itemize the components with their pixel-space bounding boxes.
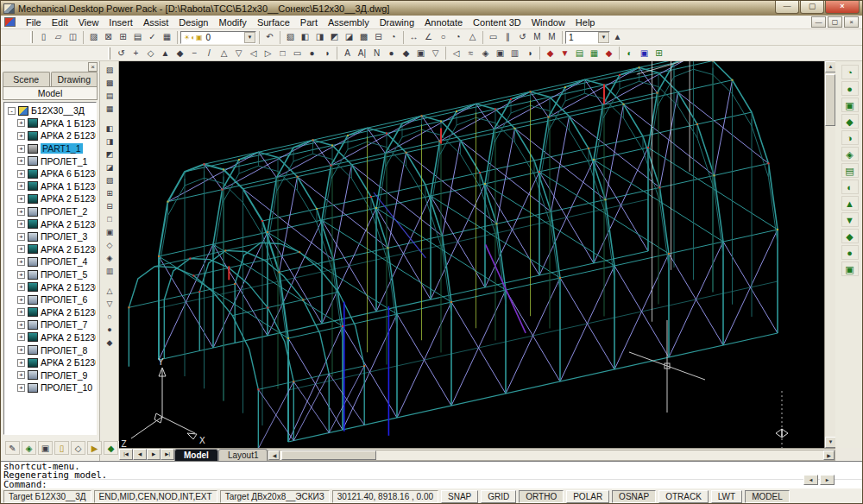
dim-edit-icon-4[interactable]: M	[530, 30, 545, 44]
left-tool-icon-13[interactable]: □	[103, 213, 117, 226]
mech-view-icon-6[interactable]: ▩	[356, 30, 371, 44]
part-tool-5[interactable]: ◆	[602, 47, 616, 60]
left-tool-icon-7[interactable]: ◨	[103, 135, 117, 148]
tree-expand-icon[interactable]: +	[17, 308, 25, 316]
part-tool-2[interactable]: ▼	[557, 47, 572, 60]
menu-surface[interactable]: Surface	[252, 16, 295, 28]
mech-view-icon-3[interactable]: ◨	[312, 30, 327, 44]
left-tool-icon-9[interactable]: ◪	[103, 161, 117, 174]
edit-part-icon[interactable]: ✎	[5, 441, 20, 455]
tree-expand-icon[interactable]: +	[17, 195, 25, 203]
clipboard-icon[interactable]: ▣	[38, 441, 53, 455]
left-tool-icon-10[interactable]: ▧	[103, 174, 117, 187]
toggle-polar[interactable]: POLAR	[566, 490, 609, 503]
child-minimize-button[interactable]: —	[811, 16, 826, 28]
left-tool-icon-16[interactable]: ◈	[103, 252, 117, 265]
tree-expand-icon[interactable]: +	[17, 283, 25, 291]
left-tool-icon-8[interactable]: ◩	[103, 148, 117, 161]
modify-tool-10[interactable]: ◁	[246, 47, 261, 60]
tree-expand-icon[interactable]: +	[17, 233, 25, 241]
tab-drawing[interactable]: Drawing	[51, 72, 98, 86]
content3d-tool-icon-7[interactable]: ▤	[841, 163, 859, 178]
child-close-button[interactable]: ×	[844, 16, 859, 28]
dim-update-icon[interactable]: ▲	[610, 30, 625, 44]
left-tool-icon-19[interactable]: △	[103, 285, 117, 298]
drawing-canvas[interactable]: YXZ	[119, 61, 824, 448]
toggle-osnap[interactable]: OSNAP	[612, 490, 656, 503]
mech-view-icon-2[interactable]: ◧	[298, 30, 312, 44]
dim-edit-icon-2[interactable]: ∥	[501, 30, 515, 44]
modify-tool-2[interactable]: +	[129, 47, 143, 60]
text-style-icon[interactable]: N	[369, 47, 384, 60]
ucs-tool-2[interactable]: ≈	[463, 47, 478, 60]
content3d-tool-icon-8[interactable]: ◐	[841, 180, 859, 194]
content3d-tool-icon-2[interactable]: ●	[841, 81, 859, 96]
tree-expand-icon[interactable]: +	[17, 384, 25, 392]
cut-icon[interactable]: ⊠	[101, 30, 116, 44]
tree-expand-icon[interactable]: +	[17, 182, 25, 190]
mech-view-icon-7[interactable]: ⊟	[371, 30, 386, 44]
modify-tool-11[interactable]: ▷	[261, 47, 275, 60]
tab-model[interactable]: Model	[3, 86, 98, 100]
left-tool-icon-22[interactable]: ●	[103, 324, 117, 337]
dim-edit-icon-5[interactable]: M	[545, 30, 559, 44]
toggle-otrack[interactable]: OTRACK	[658, 490, 709, 503]
mech-view-icon-8[interactable]: ◔	[386, 30, 400, 44]
scroll-right-icon[interactable]: ▶	[823, 450, 835, 460]
panel-close-icon[interactable]: ×	[88, 62, 98, 72]
modify-tool-9[interactable]: ▽	[231, 47, 246, 60]
menu-design[interactable]: Design	[173, 16, 213, 28]
tree-expand-icon[interactable]: +	[17, 145, 25, 153]
menu-modify[interactable]: Modify	[213, 16, 251, 28]
tab-nav-icon-3[interactable]: ▶	[147, 449, 161, 460]
tree-expand-icon[interactable]: +	[17, 132, 25, 140]
tree-expand-icon[interactable]: +	[17, 271, 25, 279]
assembly-tool-2[interactable]: ▣	[637, 47, 652, 60]
scrollbar-thumb[interactable]	[825, 74, 835, 126]
zoom-realtime-icon[interactable]: ●	[384, 47, 399, 60]
modify-tool-1[interactable]: ↺	[114, 47, 129, 60]
menu-assembly[interactable]: Assembly	[323, 16, 375, 28]
tree-item[interactable]: -Б12X30__3Д	[4, 104, 96, 117]
content3d-tool-icon-4[interactable]: ◆	[841, 114, 859, 129]
ucs-tool-3[interactable]: ◈	[478, 47, 493, 60]
modify-tool-13[interactable]: ▭	[290, 47, 305, 60]
paste-icon[interactable]: ▤	[130, 30, 145, 44]
minimize-button[interactable]: —	[775, 1, 799, 14]
tree-item[interactable]: +АРКА 2 Б1230_3	[4, 217, 96, 230]
command-line-area[interactable]: shortcut-menu. Regenerating model. Comma…	[1, 461, 862, 488]
mech-view-icon-4[interactable]: ◩	[327, 30, 342, 44]
modify-tool-7[interactable]: /	[202, 47, 217, 60]
tree-item[interactable]: +АРКА 2 Б1230_9	[4, 356, 96, 369]
tree-expand-icon[interactable]: -	[8, 107, 16, 115]
toggle-grid[interactable]: GRID	[481, 490, 516, 503]
tree-item[interactable]: +ПРОЛЕТ_4	[4, 255, 96, 268]
power-dim-icon-3[interactable]: ○	[436, 30, 450, 44]
modify-tool-6[interactable]: −	[187, 47, 202, 60]
tree-expand-icon[interactable]: +	[17, 296, 25, 304]
content3d-tool-icon-12[interactable]: ●	[841, 245, 859, 260]
tree-expand-icon[interactable]: +	[17, 220, 25, 228]
menu-annotate[interactable]: Annotate	[419, 16, 468, 28]
mech-view-icon-1[interactable]: ▧	[283, 30, 298, 44]
view-tool-3[interactable]: ▽	[428, 47, 443, 60]
content3d-tool-icon-6[interactable]: ◈	[841, 147, 859, 161]
tree-expand-icon[interactable]: +	[17, 245, 25, 253]
tree-expand-icon[interactable]: +	[17, 359, 25, 367]
left-tool-icon-14[interactable]: ▣	[103, 226, 117, 239]
content3d-tool-icon-9[interactable]: ▲	[841, 196, 859, 211]
tree-expand-icon[interactable]: +	[17, 170, 25, 178]
left-tool-icon-11[interactable]: ⊞	[103, 187, 117, 200]
content3d-tool-icon-3[interactable]: ▣	[841, 98, 859, 112]
trash-icon[interactable]: ▯	[54, 441, 69, 455]
menu-window[interactable]: Window	[526, 16, 570, 28]
tree-expand-icon[interactable]: +	[17, 157, 25, 165]
modify-tool-8[interactable]: △	[217, 47, 231, 60]
plot-preview-icon[interactable]: ▨	[86, 30, 101, 44]
content3d-tool-icon-1[interactable]: ◔	[841, 65, 859, 79]
update-icon[interactable]: ◈	[22, 441, 36, 455]
scroll-left-icon[interactable]: ◀	[803, 475, 818, 485]
menu-part[interactable]: Part	[295, 16, 323, 28]
tree-item[interactable]: +АРКА 2 Б1230_2	[4, 192, 96, 205]
ucs-tool-1[interactable]: ◁	[449, 47, 463, 60]
